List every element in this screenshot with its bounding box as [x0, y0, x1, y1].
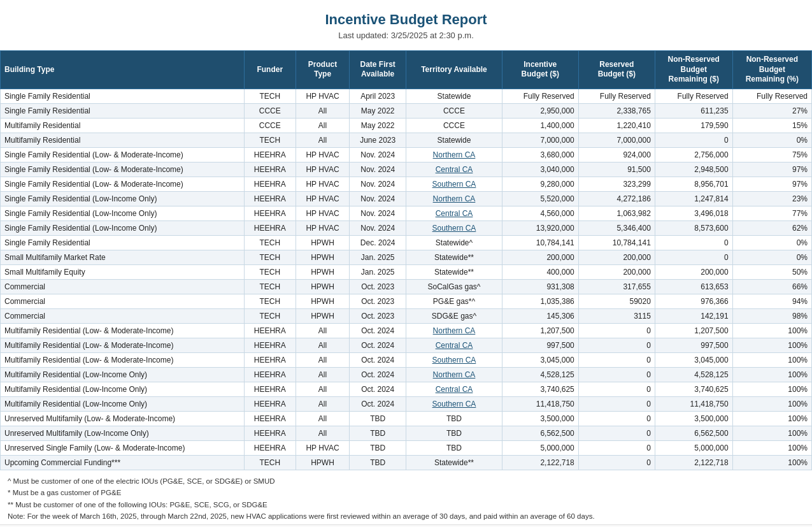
table-cell: All [296, 323, 349, 338]
table-cell: 100% [732, 352, 811, 367]
table-cell: Oct. 2023 [350, 294, 406, 308]
table-cell: HPWH [296, 308, 349, 323]
table-cell: 100% [732, 338, 811, 352]
table-cell: Multifamily Residential (Low-Income Only… [1, 367, 245, 382]
table-cell: HPWH [296, 235, 349, 250]
col-header-territory-available: Territory Available [406, 51, 502, 89]
table-cell: TBD [350, 426, 406, 440]
table-cell: 10,784,141 [578, 235, 655, 250]
table-cell: 3,680,000 [502, 147, 578, 162]
table-cell: Oct. 2024 [350, 367, 406, 382]
table-cell: 317,655 [578, 279, 655, 294]
table-cell: Commercial [1, 294, 245, 308]
table-cell: 6,562,500 [655, 426, 732, 440]
table-cell: HP HVAC [296, 162, 349, 177]
table-cell: 15% [732, 118, 811, 133]
table-cell: Multifamily Residential [1, 118, 245, 133]
table-cell: All [296, 367, 349, 382]
table-cell: Commercial [1, 308, 245, 323]
col-header-date-first-available: Date FirstAvailable [350, 51, 406, 89]
table-cell: 145,306 [502, 308, 578, 323]
table-row: Small Multifamily Market RateTECHHPWHJan… [1, 250, 812, 264]
table-cell[interactable]: Northern CA [406, 367, 502, 382]
table-cell: HEEHRA [244, 177, 296, 191]
table-cell: 1,063,982 [578, 206, 655, 220]
table-cell: Oct. 2024 [350, 396, 406, 411]
table-cell: TECH [244, 308, 296, 323]
table-cell: CCCE [244, 103, 296, 118]
table-cell: Single Family Residential (Low- & Modera… [1, 177, 245, 191]
table-row: Single Family Residential (Low- & Modera… [1, 177, 812, 191]
table-cell: 5,346,400 [578, 220, 655, 235]
table-cell: Single Family Residential (Low- & Modera… [1, 162, 245, 177]
table-cell: 97% [732, 162, 811, 177]
table-cell[interactable]: Northern CA [406, 323, 502, 338]
table-cell: HPWH [296, 279, 349, 294]
table-cell: TECH [244, 264, 296, 279]
table-cell: Multifamily Residential [1, 133, 245, 147]
table-cell: HEEHRA [244, 382, 296, 396]
table-cell: 1,400,000 [502, 118, 578, 133]
table-cell: 2,338,765 [578, 103, 655, 118]
table-cell: Oct. 2023 [350, 308, 406, 323]
table-cell: 8,573,600 [655, 220, 732, 235]
table-cell: 924,000 [578, 147, 655, 162]
table-cell: 0 [578, 338, 655, 352]
table-cell[interactable]: Central CA [406, 162, 502, 177]
table-cell: 0 [578, 323, 655, 338]
table-cell[interactable]: Southern CA [406, 396, 502, 411]
table-cell: HP HVAC [296, 220, 349, 235]
table-cell: CCCE [406, 118, 502, 133]
table-cell[interactable]: Southern CA [406, 177, 502, 191]
table-cell: 0 [578, 411, 655, 426]
table-row: Single Family ResidentialCCCEAllMay 2022… [1, 103, 812, 118]
table-cell: 27% [732, 103, 811, 118]
table-cell[interactable]: Southern CA [406, 352, 502, 367]
table-cell: 323,299 [578, 177, 655, 191]
table-cell: 75% [732, 147, 811, 162]
table-cell: 8,956,701 [655, 177, 732, 191]
table-cell: All [296, 426, 349, 440]
table-cell: Single Family Residential [1, 89, 245, 103]
table-cell: 0 [655, 235, 732, 250]
col-header-building-type: Building Type [1, 51, 245, 89]
table-cell: Fully Reserved [502, 89, 578, 103]
table-cell: 1,220,410 [578, 118, 655, 133]
report-title: Incentive Budget Report [0, 11, 812, 28]
table-cell: 1,207,500 [655, 323, 732, 338]
table-row: Multifamily Residential (Low- & Moderate… [1, 352, 812, 367]
table-cell: HP HVAC [296, 206, 349, 220]
table-cell[interactable]: Central CA [406, 382, 502, 396]
table-cell[interactable]: Northern CA [406, 147, 502, 162]
table-cell: 179,590 [655, 118, 732, 133]
table-row: Single Family Residential (Low-Income On… [1, 220, 812, 235]
table-cell: HPWH [296, 455, 349, 470]
budget-table: Building Type Funder ProductType Date Fi… [0, 50, 812, 470]
table-cell: SoCalGas gas^ [406, 279, 502, 294]
table-cell: Nov. 2024 [350, 220, 406, 235]
table-cell: HPWH [296, 264, 349, 279]
table-cell: TECH [244, 133, 296, 147]
table-cell: May 2022 [350, 103, 406, 118]
table-cell: 100% [732, 455, 811, 470]
table-cell: 0 [578, 352, 655, 367]
table-cell[interactable]: Southern CA [406, 220, 502, 235]
table-row: Single Family Residential (Low- & Modera… [1, 162, 812, 177]
table-cell: 200,000 [578, 250, 655, 264]
table-cell[interactable]: Northern CA [406, 191, 502, 206]
table-cell: HP HVAC [296, 89, 349, 103]
table-cell: TECH [244, 279, 296, 294]
table-cell: All [296, 396, 349, 411]
table-cell: All [296, 352, 349, 367]
table-cell: Statewide** [406, 264, 502, 279]
table-cell: Unreserved Multifamily (Low-Income Only) [1, 426, 245, 440]
table-cell[interactable]: Central CA [406, 206, 502, 220]
table-cell: Statewide** [406, 455, 502, 470]
table-cell: 9,280,000 [502, 177, 578, 191]
table-cell: June 2023 [350, 133, 406, 147]
table-cell: TECH [244, 235, 296, 250]
table-cell: HEEHRA [244, 147, 296, 162]
table-row: Unreserved Multifamily (Low-Income Only)… [1, 426, 812, 440]
table-cell[interactable]: Central CA [406, 338, 502, 352]
report-subtitle: Last updated: 3/25/2025 at 2:30 p.m. [0, 31, 812, 40]
